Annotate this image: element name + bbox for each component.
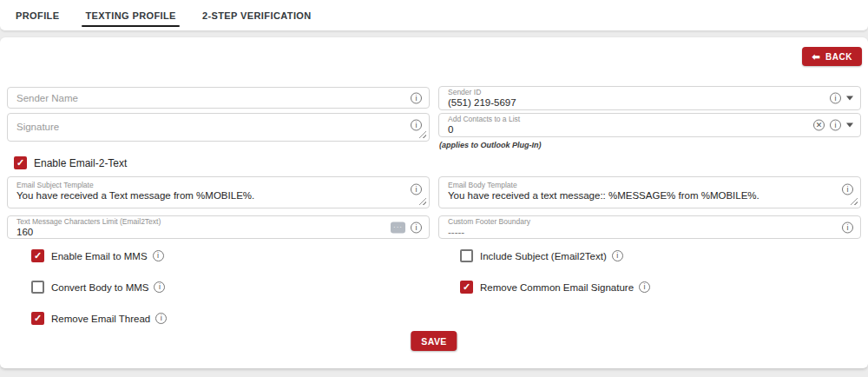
include-subject-label: Include Subject (Email2Text) <box>480 251 607 261</box>
char-limit-field[interactable]: Text Message Characters Limit (Email2Tex… <box>7 215 430 239</box>
info-icon[interactable]: i <box>155 313 167 324</box>
email-subject-template-field[interactable]: Email Subject Template You have received… <box>7 176 430 208</box>
remove-email-thread-label: Remove Email Thread <box>51 314 150 324</box>
info-icon[interactable]: i <box>830 120 841 131</box>
enable-email-to-mms-label: Enable Email to MMS <box>51 251 148 261</box>
sender-name-field[interactable]: i <box>7 87 430 109</box>
tab-profile[interactable]: PROFILE <box>16 0 59 30</box>
back-arrow-icon: ⬅ <box>812 52 820 62</box>
remove-email-thread-checkbox[interactable] <box>31 312 44 325</box>
info-icon[interactable]: i <box>153 250 164 261</box>
char-limit-value[interactable]: 160 <box>16 227 377 238</box>
save-button[interactable]: SAVE <box>411 331 457 351</box>
info-icon[interactable]: i <box>411 120 422 131</box>
convert-body-to-mms-checkbox[interactable] <box>31 281 44 294</box>
enable-email2text-row: Enable Email-2-Text <box>14 156 127 169</box>
info-icon[interactable]: i <box>639 281 650 293</box>
info-icon[interactable]: i <box>154 281 165 293</box>
custom-footer-boundary-field[interactable]: Custom Footer Boundary ----- i <box>438 215 861 239</box>
resize-grip-icon[interactable] <box>419 131 426 138</box>
sender-name-input[interactable] <box>16 93 403 103</box>
remove-common-email-signature-label: Remove Common Email Signature <box>480 282 634 293</box>
tab-texting-profile[interactable]: TEXTING PROFILE <box>85 0 175 30</box>
custom-footer-boundary-value[interactable]: ----- <box>448 227 834 238</box>
custom-footer-boundary-label: Custom Footer Boundary <box>448 217 834 227</box>
info-icon[interactable]: i <box>842 184 853 195</box>
info-icon[interactable]: i <box>411 92 422 103</box>
email-body-template-field[interactable]: Email Body Template You have received a … <box>438 176 861 208</box>
info-icon[interactable]: i <box>612 250 623 261</box>
convert-body-to-mms-row: Convert Body to MMS i <box>31 281 165 294</box>
signature-field[interactable]: i <box>7 113 430 142</box>
email-subject-template-label: Email Subject Template <box>16 181 403 190</box>
remove-common-email-signature-row: Remove Common Email Signature i <box>460 281 650 294</box>
sender-id-value[interactable]: (551) 219-5697 <box>448 97 822 109</box>
info-icon[interactable]: i <box>842 222 853 233</box>
remove-email-thread-row: Remove Email Thread i <box>31 312 167 325</box>
back-button[interactable]: ⬅ BACK <box>802 47 862 66</box>
char-limit-label: Text Message Characters Limit (Email2Tex… <box>16 217 377 227</box>
info-icon[interactable]: i <box>830 93 841 104</box>
back-button-label: BACK <box>825 52 852 62</box>
signature-input[interactable] <box>16 122 403 132</box>
chevron-down-icon[interactable] <box>846 123 853 128</box>
email-body-template-value[interactable]: You have received a text message:: %MESS… <box>448 190 834 202</box>
sender-id-label: Sender ID <box>448 88 822 97</box>
email-subject-template-value[interactable]: You have received a Text message from %M… <box>16 190 403 202</box>
include-subject-row: Include Subject (Email2Text) i <box>460 249 623 262</box>
remove-common-email-signature-checkbox[interactable] <box>460 281 473 294</box>
sender-id-field[interactable]: Sender ID (551) 219-5697 i <box>438 86 861 110</box>
clear-icon[interactable]: ✕ <box>813 120 825 131</box>
tab-2-step-verification[interactable]: 2-STEP VERIFICATION <box>202 0 312 30</box>
outlook-plugin-note: (applies to Outlook Plug-In) <box>439 141 542 149</box>
more-options-icon[interactable]: ··· <box>391 222 405 233</box>
enable-email2text-label: Enable Email-2-Text <box>34 157 127 169</box>
enable-email-to-mms-checkbox[interactable] <box>31 249 44 262</box>
convert-body-to-mms-label: Convert Body to MMS <box>51 282 148 293</box>
chevron-down-icon[interactable] <box>846 96 853 101</box>
info-icon[interactable]: i <box>411 222 422 233</box>
add-contacts-value[interactable]: 0 <box>448 124 805 136</box>
add-contacts-field[interactable]: Add Contacts to a List 0 ✕ i <box>438 113 861 137</box>
texting-profile-panel: ⬅ BACK i Sender ID (551) 219-5697 i i Ad… <box>0 37 868 369</box>
add-contacts-label: Add Contacts to a List <box>448 115 805 124</box>
resize-grip-icon[interactable] <box>851 198 858 205</box>
tab-bar: PROFILE TEXTING PROFILE 2-STEP VERIFICAT… <box>0 0 868 31</box>
include-subject-checkbox[interactable] <box>460 249 473 262</box>
email-body-template-label: Email Body Template <box>448 181 834 190</box>
enable-email-to-mms-row: Enable Email to MMS i <box>31 249 164 262</box>
resize-grip-icon[interactable] <box>419 198 426 205</box>
info-icon[interactable]: i <box>411 184 422 195</box>
enable-email2text-checkbox[interactable] <box>14 156 27 169</box>
